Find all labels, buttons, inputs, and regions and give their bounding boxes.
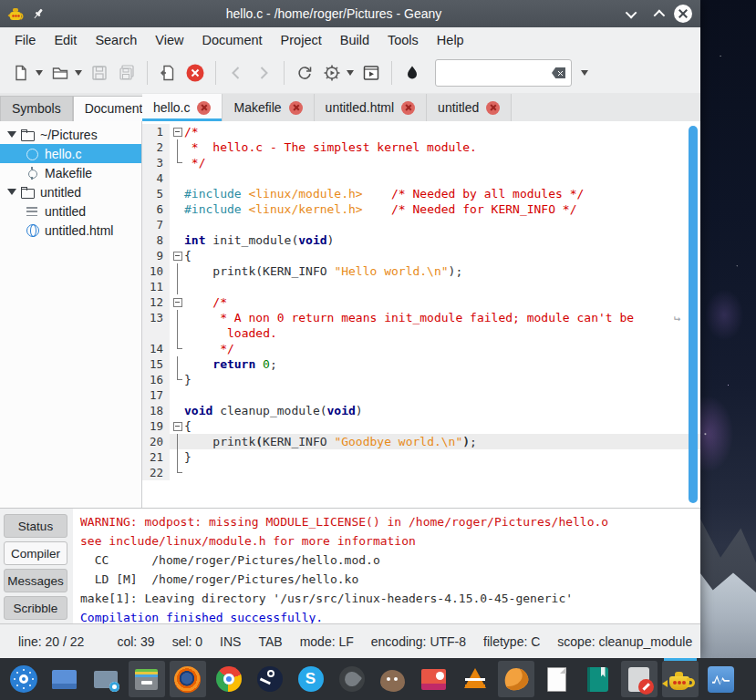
build-button[interactable]: [319, 58, 345, 88]
tree-item-untitled-html[interactable]: untitled.html: [0, 221, 141, 240]
dictionary-book-icon[interactable]: [580, 661, 616, 697]
close-document-button[interactable]: [182, 58, 208, 88]
menu-file[interactable]: File: [5, 30, 45, 50]
editor-tab-hello.c[interactable]: hello.c: [142, 94, 223, 121]
new-file-button[interactable]: [8, 58, 34, 88]
expander-icon[interactable]: [7, 189, 16, 195]
tab-close-icon[interactable]: [401, 101, 415, 115]
code-line-21[interactable]: 21}: [142, 449, 700, 465]
open-file-dropdown[interactable]: [75, 70, 82, 76]
open-file-button[interactable]: [47, 58, 73, 88]
tab-close-icon[interactable]: [197, 101, 211, 115]
photos-icon[interactable]: [416, 661, 452, 697]
fold-toggle-icon[interactable]: [170, 294, 184, 310]
code-line-10[interactable]: 10 printk(KERN_INFO "Hello world.\n");: [142, 263, 700, 279]
fold-toggle-icon[interactable]: [170, 248, 184, 263]
code-editor[interactable]: 1/*2 * hello.c - The simplest kernel mod…: [142, 121, 700, 508]
save-all-button[interactable]: [114, 58, 140, 88]
maximize-button[interactable]: [647, 4, 668, 24]
menu-edit[interactable]: Edit: [45, 30, 86, 50]
code-line-14[interactable]: 14 */: [142, 341, 700, 356]
fold-toggle-icon[interactable]: [170, 418, 184, 434]
skype-icon[interactable]: [293, 661, 329, 697]
vlc-icon[interactable]: [457, 661, 493, 697]
navigate-back-button[interactable]: [223, 58, 249, 88]
menu-search[interactable]: Search: [86, 30, 146, 50]
code-line-9[interactable]: 9{: [142, 248, 700, 263]
panel-tab-scribble[interactable]: Scribble: [4, 596, 67, 620]
code-line-19[interactable]: 19{: [142, 418, 700, 434]
expander-icon[interactable]: [7, 131, 16, 138]
menu-tools[interactable]: Tools: [378, 30, 428, 50]
gimp-icon[interactable]: [375, 661, 411, 697]
tree-item-Makefile[interactable]: Makefile: [0, 163, 141, 182]
darktable-icon[interactable]: [334, 661, 370, 697]
system-monitor-icon[interactable]: [703, 661, 740, 697]
kubuntu-launcher-icon[interactable]: [5, 661, 42, 697]
steam-icon[interactable]: [252, 661, 288, 697]
desktop-pager-icon[interactable]: [47, 661, 83, 697]
code-line-11[interactable]: 11: [142, 279, 700, 294]
navigate-forward-button[interactable]: [251, 58, 276, 88]
fold-margin: [170, 341, 184, 356]
build-dropdown[interactable]: [347, 70, 354, 76]
code-line-13[interactable]: 13 * A non 0 return means init_module fa…: [142, 310, 700, 341]
revert-button[interactable]: [155, 58, 181, 88]
new-file-dropdown[interactable]: [36, 70, 43, 76]
code-line-4[interactable]: 4: [142, 170, 700, 186]
search-dropdown[interactable]: [581, 70, 588, 76]
editor-tab-Makefile[interactable]: Makefile: [223, 94, 314, 121]
code-line-22[interactable]: 22: [142, 465, 700, 480]
orange-slice-icon[interactable]: [498, 661, 534, 697]
code-line-15[interactable]: 15 return 0;: [142, 356, 700, 372]
tree-item--Pictures[interactable]: ~/Pictures: [0, 125, 141, 144]
menu-build[interactable]: Build: [331, 30, 378, 50]
compile-button[interactable]: [292, 58, 317, 88]
menu-help[interactable]: Help: [428, 30, 473, 50]
menu-document[interactable]: Document: [193, 30, 272, 50]
color-chooser-button[interactable]: [399, 58, 425, 88]
titlebar[interactable]: hello.c - /home/roger/Pictures - Geany: [0, 0, 700, 27]
menu-view[interactable]: View: [146, 30, 192, 50]
code-line-20[interactable]: 20 printk(KERN_INFO "Goodbye world.\n");: [142, 434, 700, 449]
tree-item-untitled[interactable]: untitled: [0, 201, 141, 221]
tab-close-icon[interactable]: [486, 101, 500, 115]
tree-item-hello-c[interactable]: hello.c: [0, 144, 141, 163]
editor-scrollbar[interactable]: [689, 126, 698, 503]
code-line-6[interactable]: 6#include <linux/kernel.h> /* Needed for…: [142, 201, 700, 217]
tree-item-untitled[interactable]: untitled: [0, 182, 141, 201]
editor-tab-untitled[interactable]: untitled: [427, 94, 512, 121]
panel-tab-compiler[interactable]: Compiler: [4, 541, 67, 565]
search-input[interactable]: [435, 59, 572, 87]
code-line-18[interactable]: 18void cleanup_module(void): [142, 403, 700, 418]
tab-close-icon[interactable]: [289, 101, 303, 115]
screenshot-tool-icon[interactable]: [88, 661, 124, 697]
save-button[interactable]: [87, 58, 112, 88]
close-button[interactable]: [673, 4, 693, 24]
geany-kettle-icon[interactable]: [662, 661, 699, 697]
tab-symbols[interactable]: Symbols: [0, 96, 73, 121]
minimize-button[interactable]: [622, 4, 642, 24]
menu-project[interactable]: Project: [272, 30, 331, 50]
panel-tab-status[interactable]: Status: [4, 514, 67, 538]
code-line-3[interactable]: 3 */: [142, 155, 700, 170]
chrome-icon[interactable]: [211, 661, 247, 697]
code-line-1[interactable]: 1/*: [142, 124, 700, 139]
pin-icon[interactable]: [31, 6, 46, 21]
run-button[interactable]: [358, 58, 384, 88]
file-manager-icon[interactable]: [129, 661, 165, 697]
libreoffice-writer-icon[interactable]: [539, 661, 575, 697]
kate-editor-icon[interactable]: [621, 661, 658, 697]
editor-tab-untitled.html[interactable]: untitled.html: [315, 94, 427, 121]
code-line-5[interactable]: 5#include <linux/module.h> /* Needed by …: [142, 186, 700, 201]
code-line-7[interactable]: 7: [142, 217, 700, 232]
code-line-17[interactable]: 17: [142, 387, 700, 403]
panel-tab-messages[interactable]: Messages: [4, 569, 67, 592]
code-line-8[interactable]: 8int init_module(void): [142, 232, 700, 248]
code-text: }: [184, 372, 700, 387]
firefox-icon[interactable]: [170, 661, 206, 697]
code-line-12[interactable]: 12 /*: [142, 294, 700, 310]
code-line-2[interactable]: 2 * hello.c - The simplest kernel module…: [142, 139, 700, 155]
code-line-16[interactable]: 16}: [142, 372, 700, 387]
fold-toggle-icon[interactable]: [170, 124, 184, 139]
